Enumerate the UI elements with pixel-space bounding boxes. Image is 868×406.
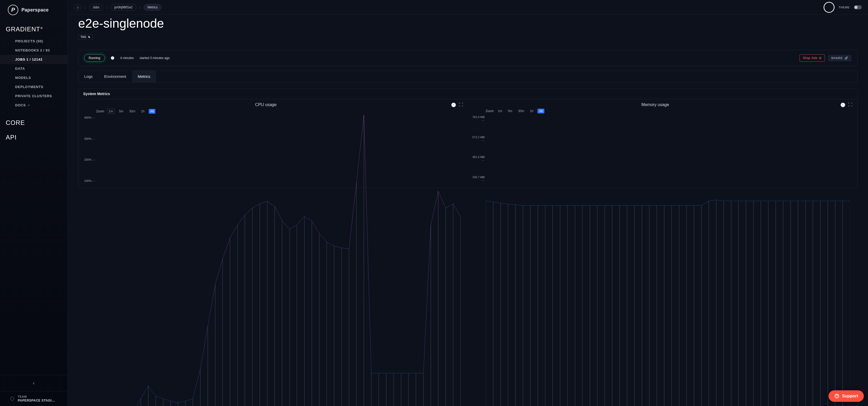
fullscreen-icon: ⛶	[848, 102, 852, 107]
chart-plot[interactable]	[486, 114, 850, 406]
share-label: SHARE	[831, 57, 843, 60]
chart-cpu: CPU usage 🕘 ⛶ Zoom 1m 5m 30m 1h All	[79, 99, 468, 188]
nav-jobs[interactable]: JOBS 1 / 12142	[0, 55, 67, 64]
status-badge: Running	[84, 54, 105, 62]
chart-memory: Memory usage 🕘 ⛶ Zoom 1m 5m 30m 1h All	[468, 99, 858, 188]
tab-logs[interactable]: Logs	[79, 71, 99, 82]
zoom-row: Zoom 1m 5m 30m 1h All	[96, 109, 463, 114]
crumb-home[interactable]: ⌂	[74, 4, 82, 11]
zoom-1h[interactable]: 1h	[140, 109, 146, 114]
nav-models[interactable]: MODELS	[0, 73, 67, 82]
breadcrumb: ⌂ | Jobs | jor0hj96tf1e2 | Metrics	[74, 4, 162, 11]
tag-label: TAG	[81, 36, 86, 38]
clock-icon: 🕘	[840, 102, 845, 107]
started-text: started 3 minutes ago	[140, 56, 170, 60]
clock-icon: 🕘	[111, 56, 115, 60]
zoom-1h[interactable]: 1h	[528, 109, 535, 113]
crumb-sep-icon: |	[139, 5, 141, 9]
chart-fullscreen-button[interactable]: ⛶	[459, 102, 463, 107]
page-title: e2e-singlenode	[68, 14, 868, 34]
stop-icon: ⊘	[819, 56, 822, 60]
fullscreen-icon: ⛶	[459, 102, 463, 107]
home-icon: ⌂	[77, 5, 79, 9]
external-link-icon: ↗	[27, 104, 30, 107]
nav-notebooks[interactable]: NOTEBOOKS 2 / 83	[0, 46, 67, 55]
crumb-job-id[interactable]: jor0hj96tf1e2	[110, 4, 136, 11]
team-name: PAPERSPACE STAGIN…	[18, 399, 57, 402]
clock-icon: 🕘	[451, 102, 456, 107]
crumb-jobs[interactable]: Jobs	[89, 4, 103, 11]
team-switcher[interactable]: TEAM PAPERSPACE STAGIN…	[0, 391, 67, 406]
chart-title: Memory usage	[473, 102, 838, 107]
share-icon: 🔗	[844, 57, 848, 60]
crumb-sep-icon: |	[106, 5, 108, 9]
nav-private-clusters[interactable]: PRIVATE CLUSTERS	[0, 92, 67, 101]
sidebar: P Paperspace GRADIENT° PROJECTS (50) NOT…	[0, 0, 68, 406]
zoom-label: Zoom	[96, 109, 104, 113]
nav-data[interactable]: DATA	[0, 64, 67, 73]
brand[interactable]: P Paperspace	[0, 0, 67, 21]
chart-plot[interactable]	[96, 115, 461, 406]
zoom-5m[interactable]: 5m	[117, 109, 125, 114]
chart-clock-button[interactable]: 🕘	[841, 102, 845, 107]
chart-clock-button[interactable]: 🕘	[451, 102, 456, 107]
section-gradient[interactable]: GRADIENT°	[0, 21, 67, 36]
zoom-5m[interactable]: 5m	[506, 109, 514, 113]
chart-title: CPU usage	[83, 102, 448, 107]
nav-projects[interactable]: PROJECTS (50)	[0, 37, 67, 46]
zoom-row: Zoom 1m 5m 30m 1h All	[486, 109, 853, 113]
section-core[interactable]: CORE	[0, 114, 67, 129]
support-button[interactable]: Support	[829, 390, 864, 402]
support-label: Support	[842, 394, 858, 398]
main: ⌂ | Jobs | jor0hj96tf1e2 | Metrics THEME…	[68, 0, 868, 406]
crumb-metrics[interactable]: Metrics	[144, 4, 162, 11]
help-icon	[834, 394, 839, 399]
team-label: TEAM	[18, 395, 57, 398]
sidebar-collapse[interactable]: ‹	[0, 375, 67, 391]
section-api[interactable]: API	[0, 129, 67, 144]
stop-label: Stop Job	[803, 56, 817, 60]
add-tag-button[interactable]: TAG	[78, 34, 93, 39]
zoom-30m[interactable]: 30m	[517, 109, 526, 113]
zoom-label: Zoom	[486, 109, 494, 113]
status-card: Running 🕘 4 minutes started 3 minutes ag…	[78, 50, 858, 66]
tab-environment[interactable]: Environment	[99, 71, 132, 82]
chevron-left-icon: ‹	[33, 380, 34, 386]
zoom-all[interactable]: All	[537, 109, 544, 113]
nav-deployments[interactable]: DEPLOYMENTS	[0, 82, 67, 92]
zoom-1m[interactable]: 1m	[496, 109, 504, 113]
zoom-30m[interactable]: 30m	[128, 109, 137, 114]
metrics-head: System Metrics	[79, 89, 857, 99]
y-axis-labels: 400% 300% 200% 100%	[83, 115, 95, 185]
team-icon	[10, 397, 14, 401]
theme-toggle[interactable]	[854, 5, 862, 9]
tag-icon	[88, 36, 90, 38]
zoom-1m[interactable]: 1m	[107, 109, 115, 114]
y-axis-labels: 762.9 MB 572.2 MB 381.5 MB 190.7 MB	[472, 114, 485, 185]
tabs: Logs Environment Metrics	[78, 70, 858, 82]
theme-label: THEME	[839, 6, 850, 9]
nav-docs[interactable]: DOCS↗	[0, 101, 67, 110]
crumb-sep-icon: |	[84, 5, 86, 9]
stop-job-button[interactable]: Stop Job ⊘	[800, 54, 825, 62]
tab-metrics[interactable]: Metrics	[132, 71, 156, 82]
brand-name: Paperspace	[22, 7, 49, 13]
metrics-card: System Metrics CPU usage 🕘 ⛶ Zoom 1m 5m …	[78, 88, 858, 188]
nav-gradient: PROJECTS (50) NOTEBOOKS 2 / 83 JOBS 1 / …	[0, 36, 67, 114]
avatar[interactable]	[824, 2, 835, 13]
share-button[interactable]: SHARE 🔗	[828, 55, 851, 61]
zoom-all[interactable]: All	[149, 109, 155, 114]
brand-logo-icon: P	[8, 5, 18, 15]
topbar: ⌂ | Jobs | jor0hj96tf1e2 | Metrics THEME	[68, 0, 868, 14]
duration-text: 4 minutes	[120, 56, 134, 60]
chart-fullscreen-button[interactable]: ⛶	[848, 102, 852, 107]
